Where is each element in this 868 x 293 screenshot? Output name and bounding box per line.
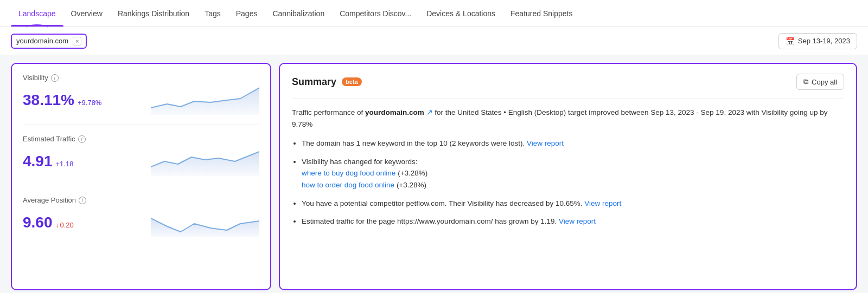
keyword-link-2[interactable]: how to order dog food online	[302, 181, 394, 189]
domain-chip-text: yourdomain.com	[16, 37, 68, 45]
estimated-traffic-label: Estimated Traffic	[23, 135, 75, 143]
domain-strong: yourdomain.com	[365, 108, 424, 116]
summary-title: Summary	[292, 76, 336, 88]
average-position-value: 9.60	[23, 214, 53, 231]
nav-item-cannibalization[interactable]: Cannibalization	[265, 0, 332, 27]
summary-bullet-4: Estimated traffic for the page https://w…	[302, 216, 840, 227]
domain-chip: yourdomain.com ×	[11, 34, 87, 49]
nav-item-landscape[interactable]: Landscape	[11, 0, 63, 27]
copy-all-button[interactable]: ⧉ Copy all	[796, 74, 844, 90]
visibility-metric-block: Visibility i 38.11% +9.78%	[23, 74, 259, 125]
domain-external-link[interactable]: ↗	[426, 108, 433, 116]
svg-marker-1	[151, 152, 259, 176]
date-picker-button[interactable]: 📅 Sep 13-19, 2023	[778, 33, 857, 49]
keyword-link-1[interactable]: where to buy dog food online	[302, 169, 395, 177]
arrow-down-icon: ↓	[56, 222, 59, 229]
summary-divider	[292, 99, 844, 99]
average-position-metric-block: Average Position i 9.60 ↓ 0.20	[23, 196, 259, 237]
copy-all-label: Copy all	[812, 78, 837, 86]
nav-active-arc	[26, 24, 48, 31]
summary-bullet-3: You have a potential competitor petflow.…	[302, 198, 840, 210]
estimated-traffic-sparkline	[151, 146, 259, 176]
main-content: Visibility i 38.11% +9.78%	[0, 55, 868, 293]
summary-list: The domain has 1 new keyword in the top …	[292, 138, 840, 227]
nav-item-tags[interactable]: Tags	[197, 0, 228, 27]
nav-item-devices-locations[interactable]: Devices & Locations	[419, 0, 503, 27]
nav-item-pages[interactable]: Pages	[228, 0, 265, 27]
nav-item-competitors-discov[interactable]: Competitors Discov...	[332, 0, 419, 27]
estimated-traffic-value: 4.91	[23, 153, 53, 170]
left-panel: Visibility i 38.11% +9.78%	[11, 63, 271, 290]
nav-item-featured-snippets[interactable]: Featured Snippets	[503, 0, 580, 27]
nav-item-overview[interactable]: Overview	[63, 0, 110, 27]
nav-bar: Landscape Overview Rankings Distribution…	[0, 0, 868, 27]
bullet-3-view-report-link[interactable]: View report	[584, 199, 621, 207]
visibility-label: Visibility	[23, 74, 48, 82]
summary-intro: Traffic performance of yourdomain.com ↗ …	[292, 107, 840, 130]
summary-body: Traffic performance of yourdomain.com ↗ …	[292, 107, 844, 234]
visibility-value: 38.11%	[23, 92, 74, 109]
summary-header: Summary beta ⧉ Copy all	[292, 74, 844, 90]
visibility-info-icon[interactable]: i	[51, 74, 59, 82]
bullet-4-view-report-link[interactable]: View report	[559, 217, 596, 225]
visibility-sparkline	[151, 85, 259, 115]
bullet-1-view-report-link[interactable]: View report	[527, 139, 564, 147]
estimated-traffic-change: +1.18	[56, 160, 74, 168]
summary-bullet-1: The domain has 1 new keyword in the top …	[302, 138, 840, 149]
beta-badge: beta	[342, 77, 362, 86]
date-range-label: Sep 13-19, 2023	[798, 37, 850, 45]
nav-item-rankings-distribution[interactable]: Rankings Distribution	[110, 0, 197, 27]
svg-marker-2	[151, 218, 259, 237]
summary-bullet-2: Visibility has changed for keywords: whe…	[302, 156, 840, 191]
summary-title-group: Summary beta	[292, 76, 362, 88]
estimated-traffic-metric-block: Estimated Traffic i 4.91 +1.18	[23, 135, 259, 186]
domain-chip-close-button[interactable]: ×	[73, 37, 81, 45]
copy-icon: ⧉	[803, 77, 808, 86]
calendar-icon: 📅	[786, 37, 795, 45]
average-position-change: ↓ 0.20	[56, 221, 74, 229]
right-panel: Summary beta ⧉ Copy all Traffic performa…	[279, 63, 857, 290]
average-position-label: Average Position	[23, 196, 76, 204]
average-position-sparkline	[151, 207, 259, 237]
svg-marker-0	[151, 88, 259, 115]
toolbar: yourdomain.com × 📅 Sep 13-19, 2023	[0, 27, 868, 55]
estimated-traffic-info-icon[interactable]: i	[78, 135, 86, 143]
visibility-change: +9.78%	[78, 99, 101, 107]
average-position-info-icon[interactable]: i	[79, 197, 86, 204]
